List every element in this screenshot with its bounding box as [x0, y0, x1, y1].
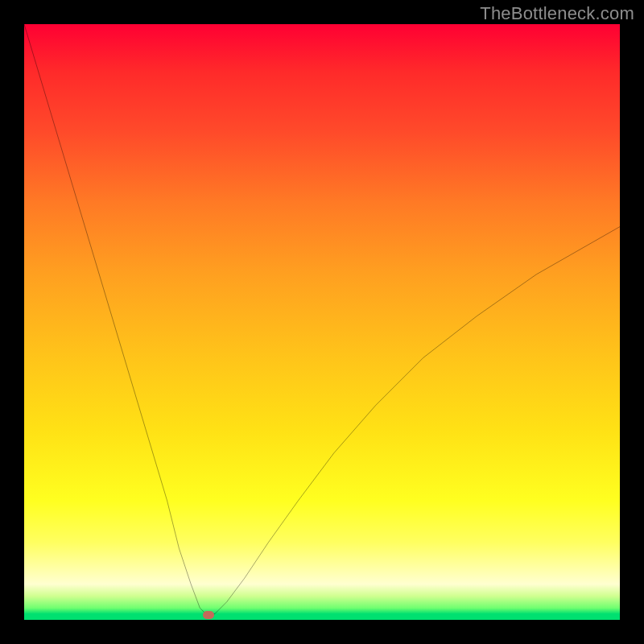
plot-area	[24, 24, 620, 620]
bottleneck-curve	[24, 24, 620, 614]
chart-frame: TheBottleneck.com	[0, 0, 644, 644]
watermark-text: TheBottleneck.com	[480, 3, 634, 24]
min-point-marker	[203, 611, 214, 619]
curve-svg	[24, 24, 620, 620]
